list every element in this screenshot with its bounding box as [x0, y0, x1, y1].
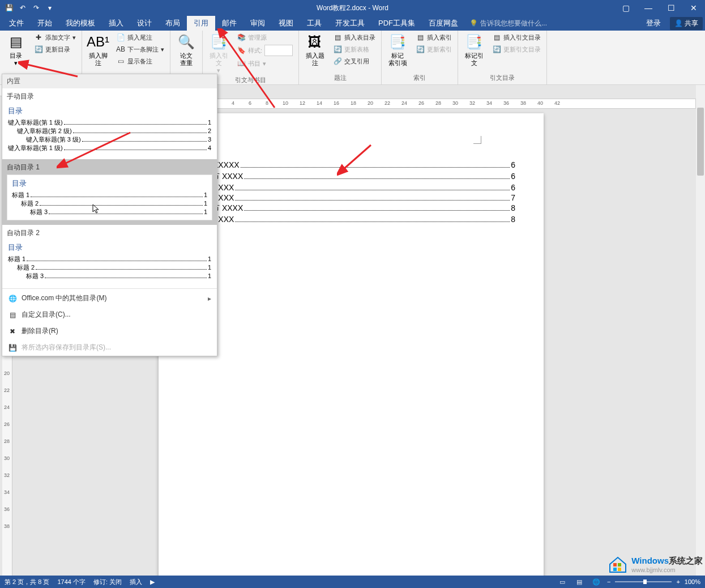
- toc-option-manual[interactable]: 手动目录 目录 键入章标题(第 1 级)1键入章标题(第 2 级)2键入章标题(…: [2, 88, 217, 159]
- update-index-button[interactable]: 🔄更新索引: [413, 44, 454, 55]
- tab-pdf[interactable]: PDF工具集: [371, 16, 422, 31]
- tab-tools[interactable]: 工具: [300, 16, 328, 31]
- ruler-tick: 22: [4, 387, 10, 393]
- doc-toc-line: 第一章 XXXXX6: [187, 160, 515, 171]
- status-insert[interactable]: 插入: [130, 578, 142, 586]
- close-button[interactable]: ✕: [682, 0, 705, 16]
- zoom-slider[interactable]: [615, 581, 672, 582]
- share-icon: 👤: [674, 19, 683, 27]
- status-words[interactable]: 1744 个字: [57, 578, 86, 586]
- toc-custom[interactable]: ▤ 自定义目录(C)...: [2, 306, 217, 323]
- next-footnote-button[interactable]: AB下一条脚注 ▾: [114, 44, 166, 55]
- update-auth-icon: 🔄: [492, 45, 501, 54]
- tab-templates[interactable]: 我的模板: [59, 16, 102, 31]
- tab-dev[interactable]: 开发工具: [328, 16, 371, 31]
- citation-icon: 📑: [210, 33, 228, 51]
- insert-index-button[interactable]: ▤插入索引: [413, 32, 454, 43]
- toc-option-auto2[interactable]: 自动目录 2 目录 标题 11标题 21标题 31: [2, 225, 217, 287]
- toc-preview-line: 标题 11: [8, 255, 211, 263]
- crossref-icon: 🔗: [333, 57, 342, 66]
- tab-layout[interactable]: 布局: [159, 16, 187, 31]
- insert-table-figures-button[interactable]: ▤插入表目录: [331, 32, 378, 43]
- tell-me-search[interactable]: 💡 告诉我您想要做什么...: [469, 19, 547, 28]
- doc-toc-line: 1.1 XXX6: [187, 183, 515, 192]
- zoom-out-icon[interactable]: −: [607, 578, 610, 585]
- minimize-button[interactable]: —: [637, 0, 660, 16]
- zoom-in-icon[interactable]: +: [676, 578, 680, 585]
- share-button[interactable]: 👤 共享: [670, 17, 703, 30]
- manage-sources-button[interactable]: 📚管理源: [234, 32, 295, 43]
- update-table-icon: 🔄: [333, 45, 342, 54]
- view-print-icon[interactable]: ▤: [573, 577, 586, 587]
- citation-style-select[interactable]: 🔖样式:: [234, 44, 295, 57]
- mark-citation-button[interactable]: 📑 标记引文: [462, 32, 486, 68]
- update-authorities-button[interactable]: 🔄更新引文目录: [490, 44, 543, 55]
- toc-preview-line: 标题 11: [12, 191, 207, 199]
- update-index-icon: 🔄: [416, 45, 425, 54]
- save-icon[interactable]: 💾: [5, 3, 14, 12]
- vertical-scrollbar[interactable]: [696, 85, 705, 576]
- tab-view[interactable]: 视图: [272, 16, 300, 31]
- ruler-tick: 8: [266, 100, 268, 106]
- redo-icon[interactable]: ↷: [32, 3, 41, 12]
- insert-footnote-button[interactable]: AB¹ 插入脚注: [86, 32, 110, 68]
- tab-references[interactable]: 引用: [187, 16, 215, 31]
- mark-index-button[interactable]: 📑 标记 索引项: [385, 32, 410, 68]
- tab-review[interactable]: 审阅: [243, 16, 272, 31]
- ruler-tick: 40: [537, 100, 543, 106]
- update-toc-button[interactable]: 🔄更新目录: [32, 44, 78, 55]
- ribbon-options-icon[interactable]: ▢: [614, 0, 637, 16]
- biblio-icon: 📖: [237, 59, 246, 68]
- toc-preview-line: 键入章标题(第 1 级)4: [8, 144, 211, 152]
- toc-more-office[interactable]: 🌐 Office.com 中的其他目录(M) ▸: [2, 290, 217, 306]
- research-button[interactable]: 🔍 论文 查重: [174, 32, 199, 68]
- window-title: Word教程2.docx - Word: [317, 3, 388, 13]
- research-icon: 🔍: [177, 33, 195, 51]
- toc-option-auto1[interactable]: 自动目录 1 目录 标题 11标题 21标题 31: [2, 159, 217, 225]
- mark-citation-icon: 📑: [465, 33, 483, 51]
- login-link[interactable]: 登录: [639, 16, 668, 31]
- view-web-icon[interactable]: 🌐: [590, 577, 603, 587]
- ruler-tick: 4: [232, 100, 234, 106]
- add-text-button[interactable]: ✚添加文字 ▾: [32, 32, 78, 43]
- style-icon: 🔖: [237, 46, 246, 55]
- tab-mail[interactable]: 邮件: [215, 16, 243, 31]
- caption-icon: 🖼: [306, 33, 324, 51]
- status-track[interactable]: 修订: 关闭: [93, 578, 122, 586]
- doc-toc-line: 第一节 XXXX6: [187, 172, 515, 182]
- toc-preview-line: 标题 21: [12, 199, 207, 208]
- tab-insert[interactable]: 插入: [102, 16, 130, 31]
- bibliography-button[interactable]: 📖书目 ▾: [234, 58, 295, 69]
- maximize-button[interactable]: ☐: [660, 0, 682, 16]
- undo-icon[interactable]: ↶: [18, 3, 27, 12]
- insert-endnote-button[interactable]: 📄插入尾注: [114, 32, 166, 43]
- tab-home[interactable]: 开始: [31, 16, 59, 31]
- update-table-button[interactable]: 🔄更新表格: [331, 44, 378, 55]
- doc-toc-line: 第二节 XXXX8: [187, 203, 515, 214]
- show-notes-button[interactable]: ▭显示备注: [114, 56, 166, 67]
- ruler-tick: 28: [4, 438, 10, 444]
- qat-dropdown-icon[interactable]: ▾: [45, 3, 54, 12]
- toc-remove[interactable]: ✖ 删除目录(R): [2, 323, 217, 339]
- svg-rect-5: [618, 563, 621, 566]
- insert-citation-button[interactable]: 📑 插入引文▾: [206, 32, 231, 76]
- toc-save-selection: 💾 将所选内容保存到目录库(S)...: [2, 339, 217, 356]
- view-read-icon[interactable]: ▭: [556, 577, 569, 587]
- insert-caption-button[interactable]: 🖼 插入题注: [302, 32, 327, 68]
- toc-button[interactable]: ▤ 目录▾: [3, 32, 28, 68]
- tab-design[interactable]: 设计: [130, 16, 159, 31]
- tab-file[interactable]: 文件: [2, 16, 31, 31]
- zoom-level[interactable]: 100%: [685, 578, 700, 585]
- tab-baidu[interactable]: 百度网盘: [422, 16, 465, 31]
- office-icon: 🌐: [8, 294, 17, 303]
- insert-authorities-button[interactable]: ▤插入引文目录: [490, 32, 543, 43]
- toc-preview-auto1: 目录 标题 11标题 21标题 31: [7, 174, 212, 220]
- status-macro-icon[interactable]: ▶: [150, 578, 155, 586]
- ruler-tick: 16: [334, 100, 339, 106]
- remove-toc-icon: ✖: [8, 327, 17, 336]
- scrollbar-thumb[interactable]: [697, 108, 704, 176]
- group-authorities: 📑 标记引文 ▤插入引文目录 🔄更新引文目录 引文目录: [458, 31, 547, 84]
- status-page[interactable]: 第 2 页，共 8 页: [5, 578, 49, 586]
- show-notes-icon: ▭: [116, 57, 125, 66]
- cross-reference-button[interactable]: 🔗交叉引用: [331, 56, 378, 67]
